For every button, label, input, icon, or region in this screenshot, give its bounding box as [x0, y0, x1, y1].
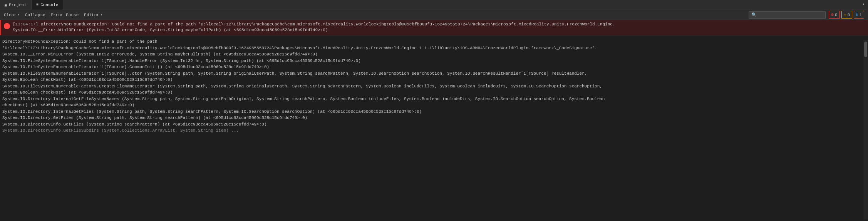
stack-line-13: System.IO.DirectoryInfo.GetFiles (System…: [2, 121, 866, 128]
stack-line-4: System.IO.FileSystemEnumerableIterator`1…: [2, 64, 866, 70]
collapse-label: Collapse: [25, 13, 45, 17]
project-icon: ▣: [5, 3, 7, 7]
stack-line-14: System.IO.DirectoryInfo.GetFileSubdirs (…: [2, 127, 866, 134]
stack-trace-area: DirectoryNotFoundException: Could not fi…: [0, 35, 868, 219]
stack-line-11: System.IO.Directory.InternalGetFiles (Sy…: [2, 109, 866, 115]
warning-badge[interactable]: ⚠ 0: [841, 11, 853, 19]
error-pause-button[interactable]: Error Pause: [49, 11, 81, 19]
editor-dropdown-icon: ▾: [101, 13, 102, 17]
stack-line-2: System.IO.__Error.WinIOError (System.Int…: [2, 51, 866, 58]
error-badge-icon: ⊘: [831, 12, 834, 18]
stack-line-0: DirectoryNotFoundException: Could not fi…: [2, 39, 866, 45]
tab-menu-icon: ⋮: [861, 2, 866, 7]
error-entry-text: [13:04:17] DirectoryNotFoundException: C…: [13, 22, 615, 33]
tab-console-label: Console: [40, 3, 58, 7]
search-icon: 🔍: [751, 12, 757, 17]
error-entry-icon: ⬤: [3, 22, 10, 30]
error-timestamp: [13:04:17]: [13, 22, 38, 27]
stack-line-8: System.Boolean checkHost) (at <695d1cc93…: [2, 89, 866, 96]
tab-project[interactable]: ▣ Project: [0, 0, 32, 10]
tab-menu-button[interactable]: ⋮: [859, 0, 868, 10]
clear-button[interactable]: Clear ▾: [2, 11, 22, 19]
clear-label: Clear: [4, 13, 17, 17]
error-message: DirectoryNotFoundException: Could not fi…: [41, 22, 615, 27]
stack-line-6: System.Boolean checkHost) (at <695d1cc93…: [2, 77, 866, 83]
stack-line-9: System.IO.Directory.InternalGetFileSyste…: [2, 96, 866, 102]
search-input[interactable]: [757, 13, 818, 17]
warning-badge-icon: ⚠: [844, 12, 846, 18]
search-box[interactable]: 🔍: [749, 11, 826, 19]
collapse-button[interactable]: Collapse: [23, 11, 48, 19]
stack-line-7: System.IO.FileSystemEnumerableFactory.Cr…: [2, 83, 866, 90]
main-content: ⬤ [13:04:17] DirectoryNotFoundException:…: [0, 20, 868, 219]
info-badge[interactable]: ℹ 1: [854, 11, 864, 19]
editor-label: Editor: [84, 13, 99, 17]
stack-line-5: System.IO.FileSystemEnumerableIterator`1…: [2, 70, 866, 77]
error-badge[interactable]: ⊘ 0: [829, 11, 840, 19]
info-badge-icon: ℹ: [856, 12, 858, 18]
toolbar: Clear ▾ Collapse Error Pause Editor ▾ 🔍 …: [0, 10, 868, 20]
editor-button[interactable]: Editor ▾: [82, 11, 104, 19]
stack-line-12: System.IO.Directory.GetFiles (System.Str…: [2, 115, 866, 121]
console-icon: ≡: [36, 3, 39, 7]
stack-line-3: System.IO.FileSystemEnumerableIterator`1…: [2, 58, 866, 64]
tab-bar: ▣ Project ≡ Console ⋮: [0, 0, 868, 10]
clear-dropdown-icon: ▾: [18, 13, 20, 17]
scrollbar[interactable]: [863, 40, 868, 219]
error-message2: System.IO.__Error.WinIOError (System.Int…: [13, 28, 328, 32]
badge-area: ⊘ 0 ⚠ 0 ℹ 1: [826, 11, 866, 19]
info-count: 1: [859, 13, 862, 17]
error-count: 0: [835, 13, 838, 17]
warning-count: 0: [848, 13, 850, 17]
error-pause-label: Error Pause: [51, 13, 79, 17]
error-entry-row[interactable]: ⬤ [13:04:17] DirectoryNotFoundException:…: [0, 20, 868, 35]
stack-line-1: 'D:\local\T12\Library\PackageCache\com.m…: [2, 45, 866, 52]
tab-console[interactable]: ≡ Console: [32, 0, 63, 10]
tab-project-label: Project: [9, 3, 27, 7]
stack-line-10: checkHost) (at <695d1cc93cca45069c528c15…: [2, 102, 866, 109]
scrollbar-thumb[interactable]: [864, 42, 867, 57]
